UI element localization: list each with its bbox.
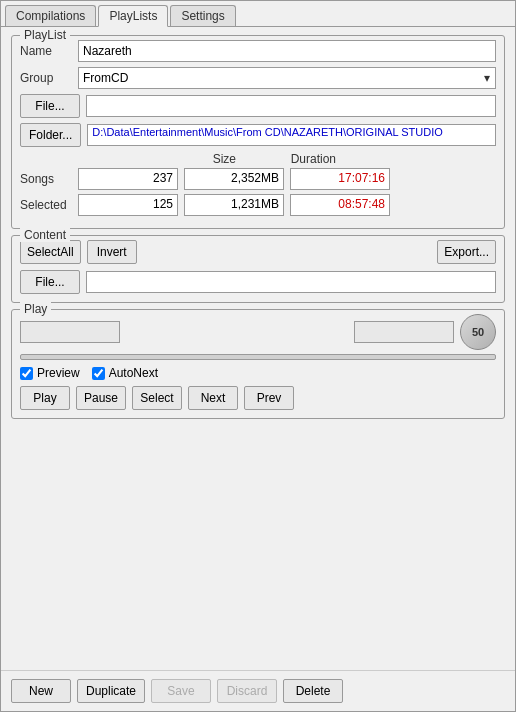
save-button: Save [151, 679, 211, 703]
tab-bar: Compilations PlayLists Settings [1, 1, 515, 27]
songs-size: 2,352MB [184, 168, 284, 190]
playlist-group-label: PlayList [20, 28, 70, 42]
folder-path: D:\Data\Entertainment\Music\From CD\NAZA… [87, 124, 496, 146]
folder-button[interactable]: Folder... [20, 123, 81, 147]
play-button[interactable]: Play [20, 386, 70, 410]
pause-button[interactable]: Pause [76, 386, 126, 410]
selected-count: 125 [78, 194, 178, 216]
prev-button[interactable]: Prev [244, 386, 294, 410]
preview-checkbox-label[interactable]: Preview [20, 366, 80, 380]
size-header: Size [140, 152, 240, 166]
playlist-group: PlayList Name Group FromCD File... [11, 35, 505, 229]
file-input[interactable] [86, 95, 496, 117]
file-button[interactable]: File... [20, 94, 80, 118]
play-buttons-row: Play Pause Select Next Prev [20, 386, 496, 410]
stats-header: Size Duration [140, 152, 496, 166]
content-section: Content SelectAll Invert Export... File.… [11, 235, 505, 303]
file-row: File... [20, 94, 496, 118]
progress-bar[interactable] [20, 354, 496, 360]
songs-count: 237 [78, 168, 178, 190]
selected-size: 1,231MB [184, 194, 284, 216]
play-time-display [354, 321, 454, 343]
songs-duration: 17:07:16 [290, 168, 390, 190]
autonext-checkbox[interactable] [92, 367, 105, 380]
invert-button[interactable]: Invert [87, 240, 137, 264]
export-button[interactable]: Export... [437, 240, 496, 264]
autonext-checkbox-label[interactable]: AutoNext [92, 366, 158, 380]
group-select-wrapper: FromCD [78, 67, 496, 89]
bottom-bar: New Duplicate Save Discard Delete [1, 670, 515, 711]
content-file-row: File... [20, 270, 496, 294]
new-button[interactable]: New [11, 679, 71, 703]
volume-knob[interactable]: 50 [460, 314, 496, 350]
discard-button: Discard [217, 679, 277, 703]
main-content: PlayList Name Group FromCD File... [1, 27, 515, 670]
preview-label: Preview [37, 366, 80, 380]
tab-compilations[interactable]: Compilations [5, 5, 96, 26]
autonext-label: AutoNext [109, 366, 158, 380]
play-position-display [20, 321, 120, 343]
checkbox-row: Preview AutoNext [20, 366, 496, 380]
select-all-button[interactable]: SelectAll [20, 240, 81, 264]
select-button[interactable]: Select [132, 386, 182, 410]
play-section: Play 50 Preview AutoNext Play [11, 309, 505, 419]
play-section-label: Play [20, 302, 51, 316]
group-select[interactable]: FromCD [78, 67, 496, 89]
delete-button[interactable]: Delete [283, 679, 343, 703]
name-row: Name [20, 40, 496, 62]
selected-label: Selected [20, 198, 78, 212]
name-input[interactable] [78, 40, 496, 62]
group-row: Group FromCD [20, 67, 496, 89]
songs-label: Songs [20, 172, 78, 186]
preview-checkbox[interactable] [20, 367, 33, 380]
content-file-input[interactable] [86, 271, 496, 293]
selected-duration: 08:57:48 [290, 194, 390, 216]
main-window: Compilations PlayLists Settings PlayList… [0, 0, 516, 712]
content-file-button[interactable]: File... [20, 270, 80, 294]
content-buttons-row: SelectAll Invert Export... [20, 240, 496, 264]
tab-settings[interactable]: Settings [170, 5, 235, 26]
content-section-label: Content [20, 228, 70, 242]
tab-playlists[interactable]: PlayLists [98, 5, 168, 27]
folder-row: Folder... D:\Data\Entertainment\Music\Fr… [20, 123, 496, 147]
selected-row: Selected 125 1,231MB 08:57:48 [20, 194, 496, 216]
name-label: Name [20, 44, 78, 58]
next-button[interactable]: Next [188, 386, 238, 410]
songs-row: Songs 237 2,352MB 17:07:16 [20, 168, 496, 190]
duplicate-button[interactable]: Duplicate [77, 679, 145, 703]
group-label: Group [20, 71, 78, 85]
duration-header: Duration [240, 152, 340, 166]
play-inputs-row: 50 [20, 314, 496, 350]
